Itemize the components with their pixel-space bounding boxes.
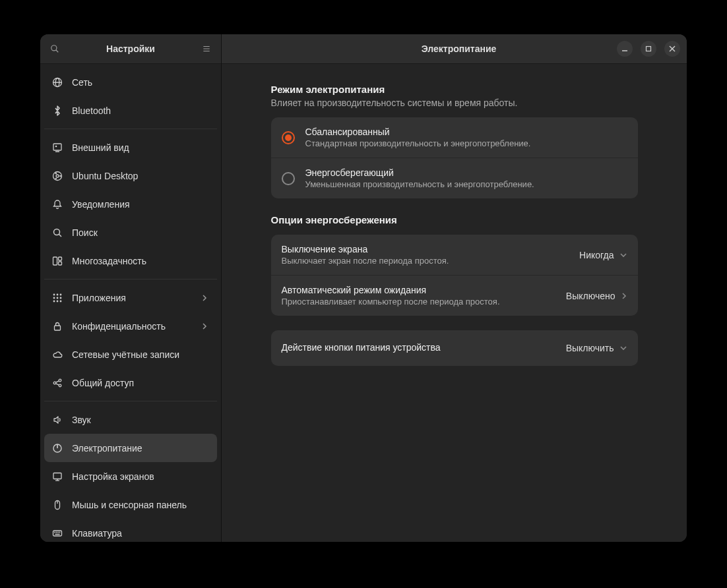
row-value-arrow	[619, 251, 627, 259]
radio-selected[interactable]	[282, 131, 295, 144]
sidebar-item-общий-доступ[interactable]: Общий доступ	[44, 368, 217, 397]
globe-icon	[52, 77, 63, 88]
close-icon	[669, 45, 676, 52]
sidebar-item-сеть[interactable]: Сеть	[44, 68, 217, 96]
sidebar-item-label: Сеть	[72, 77, 209, 88]
sidebar-item-label: Bluetooth	[72, 105, 209, 116]
saving-row-автоматический-режим-ожидания[interactable]: Автоматический режим ожиданияПриостанавл…	[271, 276, 638, 316]
power-button-row[interactable]: Действие кнопки питания устройстваВыключ…	[271, 330, 638, 366]
sidebar-item-label: Настройка экранов	[72, 471, 209, 482]
power-mode-option-сбалансированный[interactable]: СбалансированныйСтандартная производител…	[271, 117, 638, 158]
separator	[44, 279, 217, 279]
minimize-button[interactable]	[617, 41, 633, 57]
power-icon	[52, 443, 63, 454]
option-sub: Уменьшенная производительность и энергоп…	[305, 179, 627, 189]
close-button[interactable]	[664, 41, 680, 57]
option-sub: Стандартная производительность и энергоп…	[305, 138, 627, 148]
power-button-card: Действие кнопки питания устройстваВыключ…	[271, 330, 638, 366]
sidebar-item-звук[interactable]: Звук	[44, 405, 217, 434]
bluetooth-icon	[52, 105, 63, 116]
globe-icon-wrap	[52, 77, 63, 88]
sidebar-item-мышь-и-сенсорная-панель[interactable]: Мышь и сенсорная панель	[44, 490, 217, 519]
power-mode-subtitle: Влияет на производительность системы и в…	[271, 98, 638, 108]
row-value[interactable]: Никогда	[579, 250, 627, 260]
saving-row-выключение-экрана[interactable]: Выключение экранаВыключает экран после п…	[271, 235, 638, 276]
sidebar-item-внешний-вид[interactable]: Внешний вид	[44, 133, 217, 162]
bluetooth-icon-wrap	[52, 105, 63, 116]
row-value-arrow	[621, 292, 627, 300]
keyboard-icon-wrap	[52, 528, 63, 539]
chevron-down-icon	[619, 344, 627, 352]
sidebar-item-настройка-экранов[interactable]: Настройка экранов	[44, 462, 217, 490]
keyboard-icon	[52, 528, 63, 539]
sidebar-item-уведомления[interactable]: Уведомления	[44, 190, 217, 218]
sidebar-list: СетьBluetoothВнешний видUbuntu DesktopУв…	[40, 64, 221, 542]
row-text: Действие кнопки питания устройства	[282, 339, 566, 357]
displays-icon-wrap	[52, 471, 63, 482]
chevron-down-icon	[619, 251, 627, 259]
ubuntu-icon	[52, 171, 63, 181]
sidebar-item-label: Общий доступ	[72, 378, 209, 388]
option-label: Сбалансированный	[305, 127, 627, 137]
power-saving-title: Опции энергосбережения	[271, 214, 638, 225]
row-label: Автоматический режим ожидания	[282, 285, 566, 295]
svg-point-0	[51, 45, 57, 51]
search-icon	[52, 227, 63, 238]
sidebar-item-поиск[interactable]: Поиск	[44, 218, 217, 247]
maximize-icon	[645, 45, 652, 52]
search-button[interactable]	[46, 40, 64, 58]
lock-icon-wrap	[52, 321, 63, 332]
apps-icon-wrap	[52, 293, 63, 303]
svg-line-1	[56, 50, 59, 53]
row-value-text: Выключить	[566, 343, 614, 353]
power-mode-card: СбалансированныйСтандартная производител…	[271, 117, 638, 198]
sidebar-title: Настройки	[64, 44, 197, 54]
sidebar-item-клавиатура[interactable]: Клавиатура	[44, 519, 217, 542]
search-icon-wrap	[52, 227, 63, 238]
bell-icon-wrap	[52, 199, 63, 210]
sidebar-item-label: Клавиатура	[72, 528, 209, 539]
hamburger-button[interactable]	[197, 40, 216, 58]
sidebar-item-конфиденциальность[interactable]: Конфиденциальность	[44, 312, 217, 340]
main-panel: Электропитание Режим электропитания Влия…	[222, 34, 687, 542]
power-mode-title: Режим электропитания	[271, 84, 638, 95]
cloud-icon	[52, 349, 63, 360]
row-sub: Выключает экран после периода простоя.	[282, 256, 580, 266]
separator	[44, 401, 217, 401]
power-saving-card: Выключение экранаВыключает экран после п…	[271, 235, 638, 316]
sidebar-item-приложения[interactable]: Приложения	[44, 283, 217, 312]
maximize-button[interactable]	[641, 41, 656, 57]
chevron-right-icon	[201, 323, 209, 330]
appearance-icon-wrap	[52, 142, 63, 153]
sidebar-item-label: Приложения	[72, 293, 192, 303]
sidebar-item-сетевые-учётные-записи[interactable]: Сетевые учётные записи	[44, 340, 217, 368]
sidebar-item-label: Поиск	[72, 227, 209, 238]
window-controls	[617, 41, 680, 57]
row-text: Автоматический режим ожиданияПриостанавл…	[282, 285, 566, 307]
power-icon-wrap	[52, 443, 63, 454]
radio-unselected[interactable]	[282, 172, 295, 185]
appearance-icon	[52, 142, 63, 153]
row-value[interactable]: Выключить	[566, 343, 627, 353]
apps-icon	[52, 293, 63, 303]
row-text: Выключение экранаВыключает экран после п…	[282, 244, 580, 266]
row-label: Выключение экрана	[282, 244, 580, 254]
sidebar-item-label: Внешний вид	[72, 142, 209, 153]
main-header: Электропитание	[222, 34, 687, 64]
row-value-text: Никогда	[579, 250, 614, 260]
share-icon	[52, 378, 63, 388]
sidebar-item-электропитание[interactable]: Электропитание	[44, 434, 217, 462]
sidebar-item-label: Звук	[72, 415, 209, 425]
sound-icon-wrap	[52, 415, 63, 425]
minimize-icon	[621, 45, 628, 52]
row-value[interactable]: Выключено	[566, 291, 627, 301]
sidebar-item-label: Многозадачность	[72, 256, 209, 266]
svg-rect-6	[647, 47, 651, 51]
sidebar-item-bluetooth[interactable]: Bluetooth	[44, 96, 217, 125]
ubuntu-icon-wrap	[52, 171, 63, 181]
row-value-text: Выключено	[566, 291, 616, 301]
option-text: СбалансированныйСтандартная производител…	[305, 127, 627, 148]
sidebar-item-многозадачность[interactable]: Многозадачность	[44, 247, 217, 275]
power-mode-option-энергосберегающий[interactable]: ЭнергосберегающийУменьшенная производите…	[271, 158, 638, 198]
sidebar-item-ubuntu-desktop[interactable]: Ubuntu Desktop	[44, 162, 217, 190]
